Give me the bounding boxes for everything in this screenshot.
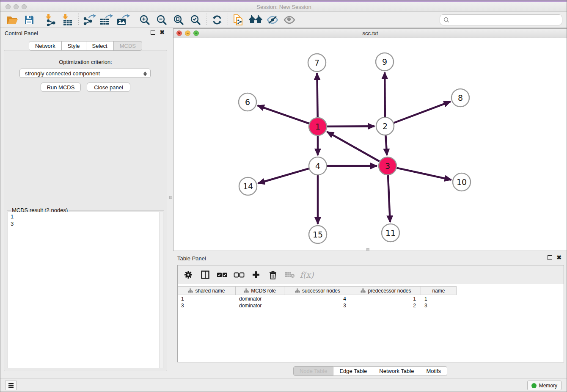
tab-network[interactable]: Network xyxy=(29,41,62,51)
export-image-icon xyxy=(116,14,130,26)
table-cell[interactable]: 1 xyxy=(178,295,236,302)
delete-table-button[interactable] xyxy=(284,269,295,280)
graph-edge-3-10[interactable] xyxy=(396,168,451,180)
tab-style[interactable]: Style xyxy=(62,41,86,51)
splitter-handle[interactable] xyxy=(169,196,172,199)
graph-node-1[interactable]: 1 xyxy=(309,118,327,135)
refresh-view-button[interactable] xyxy=(209,13,226,27)
function-builder-button[interactable]: f(x) xyxy=(301,269,312,280)
table-panel-header: Table Panel ✖ xyxy=(173,254,567,264)
unchecked-boxes-icon xyxy=(234,272,245,278)
graph-edge-1-2[interactable] xyxy=(327,126,374,127)
control-panel-float-button[interactable] xyxy=(151,30,155,35)
tab-network-table[interactable]: Network Table xyxy=(373,366,420,376)
graph-edge-2-9[interactable] xyxy=(385,72,385,117)
table-cell[interactable]: 2 xyxy=(351,302,421,309)
graph-edge-1-7[interactable] xyxy=(317,73,317,117)
select-all-columns-button[interactable] xyxy=(217,269,228,280)
export-table-button[interactable] xyxy=(98,13,115,27)
zoom-out-button[interactable] xyxy=(153,13,170,27)
column-header-MCDS-role[interactable]: MCDS role xyxy=(236,287,284,295)
table-cell[interactable]: 3 xyxy=(284,302,351,309)
graph-node-2[interactable]: 2 xyxy=(376,117,394,135)
control-panel-close-button[interactable]: ✖ xyxy=(160,30,165,35)
table-cell[interactable]: dominator xyxy=(236,295,284,302)
graph-edge-4-14[interactable] xyxy=(258,168,309,183)
table-settings-button[interactable] xyxy=(183,269,194,280)
zoom-fit-button[interactable] xyxy=(170,13,187,27)
criterion-select[interactable]: strongly connected component xyxy=(19,69,151,78)
mcds-result-list[interactable]: 13 xyxy=(8,212,163,368)
zoom-selected-button[interactable] xyxy=(187,13,204,27)
network-window-titlebar[interactable]: ✕ − + scc.txt xyxy=(173,29,567,38)
graph-edge-3-1[interactable] xyxy=(327,132,380,161)
table-row[interactable]: 1dominator411 xyxy=(178,295,564,302)
create-column-button[interactable] xyxy=(250,269,261,280)
export-network-button[interactable] xyxy=(81,13,98,27)
table-cell[interactable]: 3 xyxy=(421,302,457,309)
memory-button[interactable]: Memory xyxy=(527,381,561,390)
delete-column-button[interactable] xyxy=(267,269,278,280)
export-image-button[interactable] xyxy=(115,13,132,27)
graph-node-label: 2 xyxy=(383,121,388,131)
graph-edge-2-3[interactable] xyxy=(385,135,387,155)
graph-node-11[interactable]: 11 xyxy=(382,224,399,242)
table-cell[interactable]: 1 xyxy=(421,295,457,302)
result-scrollbar[interactable] xyxy=(159,212,163,368)
column-header-shared-name[interactable]: shared name xyxy=(178,287,236,295)
graph-node-7[interactable]: 7 xyxy=(308,54,326,72)
memory-status-icon xyxy=(531,383,537,388)
import-table-icon xyxy=(61,14,74,26)
select-stepper-icon xyxy=(143,70,147,77)
import-network-button[interactable] xyxy=(42,13,59,27)
table-cell[interactable]: dominator xyxy=(236,302,284,309)
tab-edge-table[interactable]: Edge Table xyxy=(333,366,373,376)
show-column-panel-button[interactable] xyxy=(200,269,211,280)
column-header-name[interactable]: name xyxy=(421,287,457,295)
graph-node-4[interactable]: 4 xyxy=(309,157,327,175)
graph-node-14[interactable]: 14 xyxy=(239,177,257,195)
apply-layout-button[interactable] xyxy=(247,13,264,27)
graph-edge-1-6[interactable] xyxy=(258,105,309,123)
graph-edge-3-11[interactable] xyxy=(388,175,390,222)
clone-network-icon xyxy=(233,14,245,26)
graph-node-8[interactable]: 8 xyxy=(451,89,469,107)
column-header-predecessor-nodes[interactable]: predecessor nodes xyxy=(351,287,421,295)
graph-node-15[interactable]: 15 xyxy=(309,226,327,243)
graph-node-6[interactable]: 6 xyxy=(239,93,256,111)
table-cell[interactable]: 1 xyxy=(351,295,421,302)
search-field[interactable] xyxy=(440,14,562,25)
close-panel-button[interactable]: Close panel xyxy=(87,83,130,92)
canvas-resize-handle[interactable] xyxy=(366,248,369,251)
graph-edge-2-8[interactable] xyxy=(394,102,451,123)
clone-network-button[interactable] xyxy=(230,13,247,27)
graph-node-label: 6 xyxy=(245,97,250,107)
table-row[interactable]: 3dominator323 xyxy=(178,302,564,309)
table-cell[interactable]: 4 xyxy=(284,295,351,302)
show-all-button[interactable] xyxy=(281,13,298,27)
graph-node-3[interactable]: 3 xyxy=(379,157,396,175)
network-canvas[interactable]: 7968124314101511 xyxy=(173,38,567,251)
table-panel-float-button[interactable] xyxy=(548,255,552,260)
list-icon xyxy=(8,383,14,388)
save-session-button[interactable] xyxy=(21,13,38,27)
graph-node-label: 3 xyxy=(385,161,390,171)
open-session-button[interactable] xyxy=(4,13,21,27)
zoom-in-button[interactable] xyxy=(136,13,153,27)
tab-motifs[interactable]: Motifs xyxy=(420,366,447,376)
tab-mcds[interactable]: MCDS xyxy=(114,41,142,51)
graph-node-10[interactable]: 10 xyxy=(453,173,471,191)
table-panel-close-button[interactable]: ✖ xyxy=(556,255,561,260)
run-mcds-button[interactable]: Run MCDS xyxy=(41,83,81,92)
graph-node-9[interactable]: 9 xyxy=(376,53,394,71)
column-header-successor-nodes[interactable]: successor nodes xyxy=(284,287,351,295)
table-cell[interactable]: 3 xyxy=(178,302,236,309)
table-body: 1dominator4113dominator323 xyxy=(178,295,564,309)
tab-select[interactable]: Select xyxy=(86,41,114,51)
search-input[interactable] xyxy=(450,17,562,23)
tab-node-table[interactable]: Node Table xyxy=(293,366,334,376)
unselect-all-columns-button[interactable] xyxy=(234,269,245,280)
import-table-button[interactable] xyxy=(59,13,76,27)
hide-selected-button[interactable] xyxy=(264,13,281,27)
task-history-button[interactable] xyxy=(5,381,17,390)
